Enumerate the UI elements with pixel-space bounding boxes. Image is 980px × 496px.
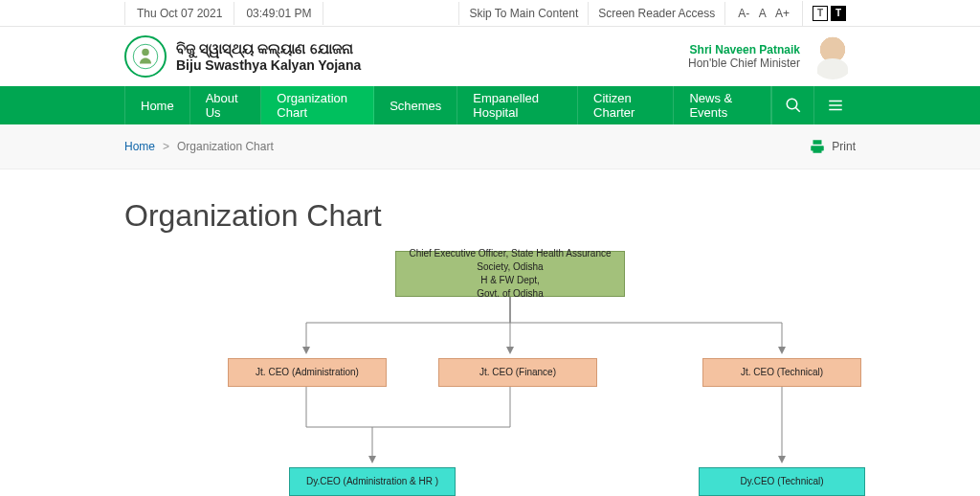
cm-photo: [810, 34, 856, 79]
site-title-odia: ବିଜୁ ସ୍ୱାସ୍ଥ୍ୟ କଲ୍ୟାଣ ଯୋଜନା: [176, 40, 361, 57]
svg-point-1: [142, 49, 149, 56]
breadcrumb-separator: >: [163, 140, 169, 153]
hamburger-icon: [827, 97, 844, 114]
skip-to-content-link[interactable]: Skip To Main Content: [458, 2, 588, 25]
site-header: ବିଜୁ ସ୍ୱାସ୍ଥ୍ୟ କଲ୍ୟାଣ ଯୋଜନା Biju Swasthy…: [0, 27, 980, 86]
nav-home[interactable]: Home: [124, 86, 190, 124]
nav-news-events[interactable]: News & Events: [674, 86, 771, 124]
page-content: Organization Chart Chief Executive Offic…: [0, 169, 980, 496]
nav-citizen-charter[interactable]: Citizen Charter: [578, 86, 674, 124]
svg-point-0: [133, 44, 158, 69]
search-button[interactable]: [771, 86, 813, 124]
date-display: Thu Oct 07 2021: [124, 2, 234, 25]
nav-schemes[interactable]: Schemes: [374, 86, 457, 124]
site-logo[interactable]: ବିଜୁ ସ୍ୱାସ୍ଥ୍ୟ କଲ୍ୟାଣ ଯୋଜନା Biju Swasthy…: [124, 35, 361, 78]
menu-button[interactable]: [813, 86, 856, 124]
svg-point-2: [787, 99, 797, 109]
main-navigation: Home About Us Organization Chart Schemes…: [0, 86, 980, 124]
chart-node-dyceo-admin-hr: Dy.CEO (Administration & HR ): [289, 467, 456, 496]
breadcrumb-home-link[interactable]: Home: [124, 140, 155, 153]
cm-designation: Hon'ble Chief Minister: [688, 56, 800, 70]
svg-line-3: [795, 107, 800, 112]
svg-marker-10: [368, 456, 376, 463]
font-increase-button[interactable]: A+: [775, 7, 790, 20]
screen-reader-link[interactable]: Screen Reader Access: [588, 2, 724, 25]
chart-node-dyceo-technical: Dy.CEO (Technical): [699, 467, 865, 496]
chart-node-ceo: Chief Executive Officer, State Health As…: [395, 251, 625, 297]
breadcrumb-current: Organization Chart: [177, 140, 274, 153]
svg-marker-7: [302, 347, 310, 354]
font-decrease-button[interactable]: A-: [738, 7, 749, 20]
search-icon: [785, 97, 802, 114]
svg-marker-11: [778, 456, 786, 463]
cm-name: Shri Naveen Patnaik: [688, 43, 800, 56]
chief-minister-block: Shri Naveen Patnaik Hon'ble Chief Minist…: [688, 34, 856, 79]
svg-marker-9: [778, 347, 786, 354]
nav-about-us[interactable]: About Us: [190, 86, 262, 124]
font-size-controls: A- A A+: [724, 2, 802, 25]
organization-chart: Chief Executive Officer, State Health As…: [124, 251, 856, 496]
logo-emblem-icon: [124, 35, 167, 78]
theme-dark-button[interactable]: T: [831, 6, 846, 21]
site-title-english: Biju Swasthya Kalyan Yojana: [176, 57, 361, 73]
font-normal-button[interactable]: A: [759, 7, 767, 20]
nav-organization-chart[interactable]: Organization Chart: [261, 86, 374, 124]
nav-empanelled-hospital[interactable]: Empanelled Hospital: [457, 86, 578, 124]
theme-switcher: T T: [802, 1, 856, 26]
theme-light-button[interactable]: T: [813, 6, 828, 21]
chart-node-jtceo-technical: Jt. CEO (Technical): [702, 358, 861, 387]
time-display: 03:49:01 PM: [234, 2, 323, 25]
page-title: Organization Chart: [124, 198, 856, 234]
print-label: Print: [832, 140, 856, 153]
svg-marker-8: [506, 347, 514, 354]
breadcrumb-bar: Home > Organization Chart Print: [0, 124, 980, 169]
top-utility-bar: Thu Oct 07 2021 03:49:01 PM Skip To Main…: [0, 0, 980, 27]
print-icon: [809, 138, 826, 155]
chart-node-jtceo-admin: Jt. CEO (Administration): [228, 358, 387, 387]
print-button[interactable]: Print: [809, 138, 856, 155]
chart-node-jtceo-finance: Jt. CEO (Finance): [438, 358, 597, 387]
